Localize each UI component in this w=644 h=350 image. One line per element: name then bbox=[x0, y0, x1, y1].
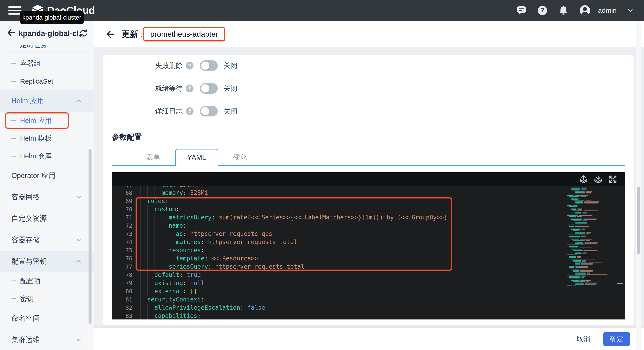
line-number: 82 bbox=[116, 304, 132, 311]
sidebar-item-label: 命名空间 bbox=[12, 314, 40, 323]
editor-scrollbar-thumb[interactable] bbox=[617, 283, 623, 284]
sidebar-item-label: Operator 应用 bbox=[12, 171, 56, 180]
sidebar-item-label: 密钥 bbox=[20, 294, 34, 304]
sidebar-item-ReplicaSet[interactable]: ReplicaSet bbox=[0, 72, 94, 90]
sidebar-item-label: 容器网络 bbox=[12, 192, 40, 202]
code-line-67[interactable]: 67cpu: 250m bbox=[112, 186, 625, 189]
toggle-state-label: 关闭 bbox=[224, 84, 237, 93]
page-scrollbar[interactable] bbox=[636, 21, 641, 350]
dash-icon bbox=[12, 298, 16, 299]
line-number: 74 bbox=[116, 239, 132, 245]
sidebar-nav: 定时任务容器组ReplicaSetHelm 应用Helm 应用Helm 模板He… bbox=[0, 45, 94, 350]
editor-minimap[interactable] bbox=[565, 187, 619, 289]
page-scrollbar-thumb[interactable] bbox=[637, 187, 640, 254]
sidebar-item-Helm-应用[interactable]: Helm 应用 bbox=[0, 90, 94, 112]
code-line-74[interactable]: 74matches: httpserver_requests_total bbox=[112, 238, 625, 246]
avatar[interactable] bbox=[579, 5, 590, 16]
sidebar-item-label: Helm 应用 bbox=[20, 116, 52, 125]
sidebar-item-Operator-应用[interactable]: Operator 应用 bbox=[0, 165, 94, 186]
yaml-code[interactable]: 67cpu: 250m68memory: 328Mi69rules:70cust… bbox=[112, 186, 625, 320]
update-form-card: 失败删除?关闭就绪等待?关闭详细日志?关闭 参数配置 表单YAML变化 67cp… bbox=[103, 55, 634, 325]
cancel-button[interactable]: 取消 bbox=[576, 335, 590, 344]
resource-name-annotated: prometheus-adapter bbox=[143, 27, 225, 41]
sidebar-item-Helm-模板[interactable]: Helm 模板 bbox=[0, 129, 94, 147]
help-icon[interactable]: ? bbox=[537, 5, 548, 16]
sidebar-item-定时任务[interactable]: 定时任务 bbox=[0, 45, 94, 48]
editor-toolbar bbox=[112, 172, 625, 186]
code-line-82[interactable]: 82allowPrivilegeEscalation: false bbox=[112, 304, 625, 312]
code-line-83[interactable]: 83capabilities: bbox=[112, 312, 625, 320]
page-back-icon[interactable] bbox=[106, 30, 114, 39]
upload-icon[interactable] bbox=[579, 175, 588, 184]
sidebar: kpanda-global-cl... 定时任务容器组ReplicaSetHel… bbox=[0, 21, 94, 350]
line-number: 75 bbox=[116, 247, 132, 254]
sidebar-item-配置与密钥[interactable]: 配置与密钥 bbox=[0, 251, 94, 272]
line-number: 68 bbox=[116, 189, 132, 196]
line-number: 81 bbox=[116, 296, 132, 303]
sidebar-item-Helm-应用[interactable]: Helm 应用 bbox=[0, 112, 94, 129]
yaml-editor[interactable]: 67cpu: 250m68memory: 328Mi69rules:70cust… bbox=[112, 172, 625, 320]
sidebar-item-容器网络[interactable]: 容器网络 bbox=[0, 186, 94, 208]
toggle-switch-off[interactable] bbox=[200, 106, 218, 116]
toggle-switch-off[interactable] bbox=[200, 83, 218, 94]
code-line-70[interactable]: 70custom: bbox=[112, 205, 625, 213]
sidebar-back-icon[interactable] bbox=[6, 28, 15, 38]
confirm-button[interactable]: 确定 bbox=[604, 332, 630, 346]
tab-变化[interactable]: 变化 bbox=[218, 149, 262, 166]
sidebar-item-集群运维[interactable]: 集群运维 bbox=[0, 329, 94, 350]
line-number: 76 bbox=[116, 255, 132, 262]
line-number: 83 bbox=[116, 313, 132, 319]
line-number: 80 bbox=[116, 288, 132, 295]
code-line-72[interactable]: 72name: bbox=[112, 221, 625, 230]
sidebar-item-容器组[interactable]: 容器组 bbox=[0, 55, 94, 72]
sidebar-item-Helm-仓库[interactable]: Helm 仓库 bbox=[0, 147, 94, 165]
topbar: DaoCloud ? admin bbox=[0, 0, 644, 21]
tab-YAML[interactable]: YAML bbox=[175, 149, 218, 166]
code-line-69[interactable]: 69rules: bbox=[112, 197, 625, 205]
line-number: 77 bbox=[116, 263, 132, 270]
sidebar-item-配置项[interactable]: 配置项 bbox=[0, 272, 94, 290]
code-line-75[interactable]: 75resources: bbox=[112, 246, 625, 254]
editor-body[interactable]: 67cpu: 250m68memory: 328Mi69rules:70cust… bbox=[112, 186, 625, 320]
caret-down-icon[interactable] bbox=[627, 7, 634, 14]
code-line-68[interactable]: 68memory: 328Mi bbox=[112, 189, 625, 197]
page-header: 更新 : prometheus-adapter bbox=[94, 21, 644, 47]
sidebar-item-label: 配置项 bbox=[20, 276, 40, 286]
line-number: 69 bbox=[116, 198, 132, 204]
help-circle-icon[interactable]: ? bbox=[186, 62, 194, 69]
sidebar-item-label: 自定义资源 bbox=[12, 214, 47, 223]
code-line-73[interactable]: 73as: httpserver_requests_qps bbox=[112, 230, 625, 238]
help-circle-icon[interactable]: ? bbox=[186, 107, 194, 115]
line-number: 70 bbox=[116, 206, 132, 213]
code-line-77[interactable]: 77seriesQuery: httpserver_requests_total bbox=[112, 263, 625, 271]
code-line-79[interactable]: 79existing: null bbox=[112, 279, 625, 287]
switch-cluster-icon[interactable] bbox=[79, 29, 88, 39]
help-circle-icon[interactable]: ? bbox=[186, 85, 194, 92]
line-number: 73 bbox=[116, 231, 132, 237]
line-number: 78 bbox=[116, 272, 132, 278]
notification-bell-icon[interactable] bbox=[558, 5, 569, 16]
sidebar-item-命名空间[interactable]: 命名空间 bbox=[0, 308, 94, 329]
code-line-80[interactable]: 80external: [] bbox=[112, 287, 625, 295]
sidebar-item-自定义资源[interactable]: 自定义资源 bbox=[0, 208, 94, 229]
sidebar-item-容器存储[interactable]: 容器存储 bbox=[0, 229, 94, 251]
cluster-title[interactable]: kpanda-global-cl... bbox=[19, 29, 85, 38]
line-number: 72 bbox=[116, 222, 132, 229]
tab-表单[interactable]: 表单 bbox=[132, 149, 175, 166]
toggle-state-label: 关闭 bbox=[224, 61, 237, 70]
line-number: 79 bbox=[116, 280, 132, 286]
toggle-switch-off[interactable] bbox=[200, 60, 218, 71]
sidebar-item-密钥[interactable]: 密钥 bbox=[0, 290, 94, 308]
message-icon[interactable] bbox=[516, 5, 527, 16]
download-icon[interactable] bbox=[594, 175, 602, 184]
dash-icon bbox=[12, 156, 16, 157]
code-line-78[interactable]: 78default: true bbox=[112, 271, 625, 279]
dash-icon bbox=[12, 81, 16, 82]
code-line-76[interactable]: 76template: <<.Resource>> bbox=[112, 254, 625, 263]
code-line-81[interactable]: 81securityContext: bbox=[112, 295, 625, 304]
toggle-row: 详细日志?关闭 bbox=[103, 104, 634, 118]
code-line-71[interactable]: 71- metricsQuery: sum(rate(<<.Series>>{<… bbox=[112, 213, 625, 221]
sidebar-item-label: Helm 仓库 bbox=[20, 152, 52, 161]
fullscreen-icon[interactable] bbox=[608, 175, 617, 184]
sidebar-scrollbar[interactable] bbox=[88, 149, 92, 324]
